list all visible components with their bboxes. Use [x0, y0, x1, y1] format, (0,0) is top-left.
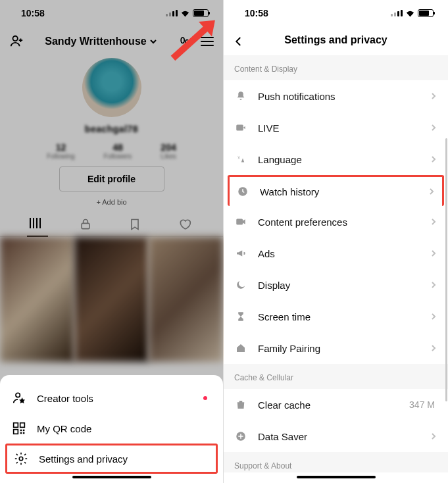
video-grid[interactable] — [0, 237, 223, 362]
section-content-display: Content & Display — [224, 55, 448, 80]
tab-liked[interactable] — [178, 218, 193, 231]
cache-size-value: 347 M — [409, 399, 435, 410]
svg-rect-15 — [236, 219, 243, 225]
stat-likes[interactable]: 204Likes — [161, 142, 176, 160]
video-thumb[interactable] — [74, 237, 149, 362]
profile-screen: 10:58 Sandy Writtenhouse beachgal78 12Fo… — [0, 0, 224, 483]
row-display[interactable]: Display — [224, 269, 448, 301]
chevron-right-icon — [430, 218, 437, 226]
row-label: Display — [258, 280, 419, 291]
chevron-right-icon — [430, 344, 437, 352]
back-chevron-icon[interactable] — [233, 36, 245, 47]
svg-rect-8 — [20, 430, 22, 432]
status-indicators — [391, 9, 434, 17]
bookmark-icon — [128, 218, 141, 231]
heart-icon — [178, 218, 192, 231]
stat-following[interactable]: 12Following — [47, 142, 74, 160]
settings-list[interactable]: Content & Display Push notifications LIV… — [224, 55, 448, 472]
notification-dot — [203, 396, 207, 400]
tab-private[interactable] — [79, 218, 95, 231]
row-clear-cache[interactable]: Clear cache 347 M — [224, 389, 448, 420]
add-user-icon[interactable] — [9, 34, 24, 49]
home-indicator[interactable] — [72, 476, 151, 478]
section-support-about: Support & About — [224, 452, 448, 472]
row-label: Ads — [258, 248, 419, 259]
live-icon — [234, 121, 247, 134]
hourglass-icon — [234, 310, 247, 323]
trash-icon — [234, 398, 247, 411]
lock-icon — [79, 218, 92, 231]
row-ads[interactable]: Ads — [224, 238, 448, 269]
video-thumb[interactable] — [0, 237, 74, 362]
row-label: Clear cache — [258, 399, 399, 411]
gear-icon — [14, 451, 28, 466]
menu-sheet: Creator tools My QR code Settings and pr… — [0, 375, 223, 483]
profile-tabs — [0, 218, 223, 237]
svg-rect-6 — [20, 423, 25, 428]
svg-rect-3 — [82, 223, 89, 228]
profile-info: beachgal78 12Following 48Followers 204Li… — [0, 57, 223, 206]
row-label: LIVE — [258, 122, 419, 134]
row-label: Push notifications — [258, 91, 419, 102]
stat-followers[interactable]: 48Followers — [104, 142, 132, 160]
moon-icon — [234, 278, 247, 292]
video-thumb[interactable] — [149, 237, 223, 362]
row-label: Data Saver — [258, 431, 419, 442]
row-label: Content preferences — [258, 216, 419, 228]
svg-point-0 — [13, 36, 18, 41]
qr-icon — [12, 421, 26, 436]
username-dropdown[interactable]: Sandy Writtenhouse — [45, 36, 157, 47]
tab-saved[interactable] — [128, 218, 144, 231]
svg-point-12 — [19, 457, 23, 461]
status-time: 10:58 — [21, 8, 45, 18]
row-language[interactable]: Language — [224, 143, 448, 175]
data-saver-icon — [234, 430, 247, 443]
battery-icon — [418, 9, 434, 17]
megaphone-icon — [234, 247, 247, 260]
chevron-right-icon — [430, 281, 437, 289]
status-bar: 10:58 — [0, 0, 223, 26]
row-screen-time[interactable]: Screen time — [224, 301, 448, 332]
sheet-item-creator-tools[interactable]: Creator tools — [0, 383, 223, 413]
row-push-notifications[interactable]: Push notifications — [224, 80, 448, 112]
status-time: 10:58 — [245, 8, 268, 18]
avatar[interactable] — [82, 58, 141, 117]
add-bio-button[interactable]: + Add bio — [0, 198, 223, 206]
grid-icon — [30, 218, 45, 228]
row-watch-history[interactable]: Watch history — [228, 175, 444, 206]
stats-row: 12Following 48Followers 204Likes — [0, 142, 223, 160]
edit-profile-button[interactable]: Edit profile — [59, 166, 164, 191]
row-content-preferences[interactable]: Content preferences — [224, 206, 448, 238]
hamburger-menu-icon[interactable] — [201, 37, 214, 46]
svg-rect-11 — [23, 432, 25, 434]
row-label: Screen time — [258, 311, 419, 322]
chevron-right-icon — [430, 155, 437, 163]
sheet-label: My QR code — [37, 423, 91, 434]
row-family-pairing[interactable]: Family Pairing — [224, 332, 448, 364]
svg-rect-9 — [23, 430, 25, 432]
sheet-label: Creator tools — [37, 393, 93, 404]
svg-point-4 — [16, 393, 20, 397]
section-cache-cellular: Cache & Cellular — [224, 364, 448, 389]
cellular-signal-icon — [391, 10, 403, 16]
tab-posts[interactable] — [30, 218, 45, 231]
scroll-indicator[interactable] — [445, 138, 447, 401]
wifi-icon — [180, 10, 190, 17]
sheet-label: Settings and privacy — [39, 453, 128, 465]
sheet-item-qr[interactable]: My QR code — [0, 413, 223, 444]
chevron-right-icon — [428, 188, 436, 195]
home-icon — [234, 342, 247, 355]
language-icon — [234, 153, 247, 166]
row-live[interactable]: LIVE — [224, 112, 448, 143]
row-label: Language — [258, 154, 419, 165]
chevron-right-icon — [430, 124, 437, 132]
svg-rect-5 — [14, 423, 18, 428]
chevron-right-icon — [430, 92, 437, 100]
user-handle: beachgal78 — [0, 124, 223, 134]
home-indicator[interactable] — [297, 476, 376, 478]
svg-rect-7 — [14, 430, 18, 434]
sheet-item-settings[interactable]: Settings and privacy — [5, 444, 218, 474]
bell-icon — [234, 89, 247, 103]
wifi-icon — [405, 10, 415, 17]
row-data-saver[interactable]: Data Saver — [224, 420, 448, 452]
